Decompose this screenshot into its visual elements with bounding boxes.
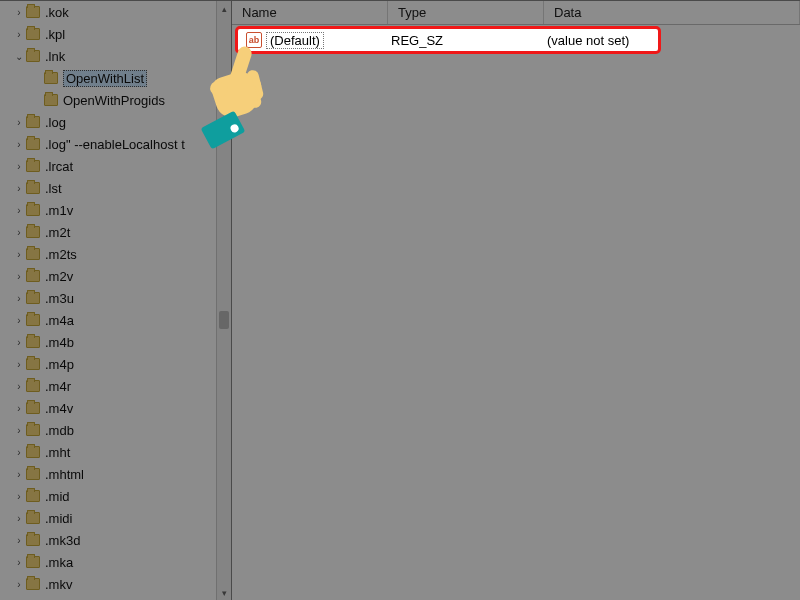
tree-item[interactable]: ›.m2t <box>0 221 216 243</box>
tree-item-label: .lst <box>45 181 62 196</box>
tree-item[interactable]: ›.m4a <box>0 309 216 331</box>
folder-icon <box>26 534 40 546</box>
tree-item[interactable]: ›.log <box>0 111 216 133</box>
chevron-right-icon[interactable]: › <box>12 315 26 326</box>
column-header-type[interactable]: Type <box>388 1 544 24</box>
tree-item-label: .m4a <box>45 313 74 328</box>
tree-item-label: .midi <box>45 511 72 526</box>
tree-item[interactable]: ›.m4b <box>0 331 216 353</box>
chevron-right-icon[interactable]: › <box>12 491 26 502</box>
tree-item-label: .m1v <box>45 203 73 218</box>
chevron-right-icon[interactable]: › <box>12 447 26 458</box>
tree-item-label: .lrcat <box>45 159 73 174</box>
tree-item[interactable]: ›.mkv <box>0 573 216 595</box>
tree-item[interactable]: ›.log" --enableLocalhost t <box>0 133 216 155</box>
tree-item[interactable]: ›.kpl <box>0 23 216 45</box>
tree-item[interactable]: ›.m4r <box>0 375 216 397</box>
tree-item-label: .m4r <box>45 379 71 394</box>
tree-item[interactable]: ›.m4p <box>0 353 216 375</box>
scroll-down-arrow-icon[interactable]: ▾ <box>217 585 231 600</box>
chevron-right-icon[interactable]: › <box>12 139 26 150</box>
string-value-icon: ab <box>242 32 258 48</box>
chevron-right-icon[interactable]: › <box>12 535 26 546</box>
chevron-right-icon[interactable]: › <box>12 381 26 392</box>
chevron-right-icon[interactable]: › <box>12 249 26 260</box>
value-row[interactable]: ab (Default) REG_SZ (value not set) <box>232 29 800 51</box>
tree-item-label: .m2v <box>45 269 73 284</box>
tree-item-label: .mht <box>45 445 70 460</box>
chevron-right-icon[interactable]: › <box>12 161 26 172</box>
folder-icon <box>26 446 40 458</box>
folder-icon <box>26 204 40 216</box>
folder-icon <box>26 358 40 370</box>
folder-icon <box>26 270 40 282</box>
tree-item[interactable]: ›.mk3d <box>0 529 216 551</box>
tree-pane: ›.kok›.kpl⌄.lnkOpenWithListOpenWithProgi… <box>0 1 232 600</box>
column-header-name[interactable]: Name <box>232 1 388 24</box>
tree-item[interactable]: ›.m2ts <box>0 243 216 265</box>
folder-icon <box>26 512 40 524</box>
tree-item[interactable]: ›.m1v <box>0 199 216 221</box>
folder-icon <box>26 50 40 62</box>
tree-item[interactable]: ›.midi <box>0 507 216 529</box>
chevron-right-icon[interactable]: › <box>12 579 26 590</box>
tree-item-label: .m4p <box>45 357 74 372</box>
tree-item-label: .mdb <box>45 423 74 438</box>
tree-item[interactable]: ›.mhtml <box>0 463 216 485</box>
tree-item[interactable]: ›.mht <box>0 441 216 463</box>
chevron-right-icon[interactable]: › <box>12 425 26 436</box>
tree-item-label: .mid <box>45 489 70 504</box>
chevron-right-icon[interactable]: › <box>12 403 26 414</box>
tree-item[interactable]: OpenWithList <box>0 67 216 89</box>
folder-icon <box>26 116 40 128</box>
folder-icon <box>26 336 40 348</box>
tree-vertical-scrollbar[interactable]: ▴ ▾ <box>216 1 231 600</box>
chevron-right-icon[interactable]: › <box>12 205 26 216</box>
values-list[interactable]: ab (Default) REG_SZ (value not set) <box>232 25 800 600</box>
chevron-down-icon[interactable]: ⌄ <box>12 51 26 62</box>
chevron-right-icon[interactable]: › <box>12 117 26 128</box>
tree-item-label: .m4b <box>45 335 74 350</box>
chevron-right-icon[interactable]: › <box>12 513 26 524</box>
tree-item[interactable]: ⌄.lnk <box>0 45 216 67</box>
value-type: REG_SZ <box>388 33 544 48</box>
tree-scroll-area[interactable]: ›.kok›.kpl⌄.lnkOpenWithListOpenWithProgi… <box>0 1 216 600</box>
column-header-data[interactable]: Data <box>544 1 800 24</box>
chevron-right-icon[interactable]: › <box>12 359 26 370</box>
tree-item[interactable]: ›.m3u <box>0 287 216 309</box>
tree-item[interactable]: ›.kok <box>0 1 216 23</box>
chevron-right-icon[interactable]: › <box>12 29 26 40</box>
chevron-right-icon[interactable]: › <box>12 469 26 480</box>
scroll-thumb[interactable] <box>219 311 229 329</box>
column-headers: Name Type Data <box>232 1 800 25</box>
tree-item[interactable]: ›.mdb <box>0 419 216 441</box>
tree-item[interactable]: ›.lst <box>0 177 216 199</box>
folder-icon <box>26 380 40 392</box>
tree-item[interactable]: ›.m2v <box>0 265 216 287</box>
chevron-right-icon[interactable]: › <box>12 271 26 282</box>
tree-item-label: .log <box>45 115 66 130</box>
chevron-right-icon[interactable]: › <box>12 557 26 568</box>
chevron-right-icon[interactable]: › <box>12 227 26 238</box>
chevron-right-icon[interactable]: › <box>12 7 26 18</box>
value-data: (value not set) <box>544 33 800 48</box>
tree-item[interactable]: OpenWithProgids <box>0 89 216 111</box>
chevron-right-icon[interactable]: › <box>12 183 26 194</box>
folder-icon <box>26 490 40 502</box>
folder-icon <box>26 314 40 326</box>
chevron-right-icon[interactable]: › <box>12 293 26 304</box>
folder-icon <box>26 468 40 480</box>
scroll-up-arrow-icon[interactable]: ▴ <box>217 1 231 16</box>
tree-item[interactable]: ›.lrcat <box>0 155 216 177</box>
tree-item[interactable]: ›.m4v <box>0 397 216 419</box>
values-pane: Name Type Data ab (Default) REG_SZ (valu… <box>232 1 800 600</box>
folder-icon <box>26 138 40 150</box>
folder-icon <box>26 182 40 194</box>
tree-item-label: .log" --enableLocalhost t <box>45 137 185 152</box>
tree-item[interactable]: ›.mid <box>0 485 216 507</box>
tree-item[interactable]: ›.mka <box>0 551 216 573</box>
chevron-right-icon[interactable]: › <box>12 337 26 348</box>
tree-item-label: .mka <box>45 555 73 570</box>
folder-icon <box>26 556 40 568</box>
tree-item-label: .m3u <box>45 291 74 306</box>
